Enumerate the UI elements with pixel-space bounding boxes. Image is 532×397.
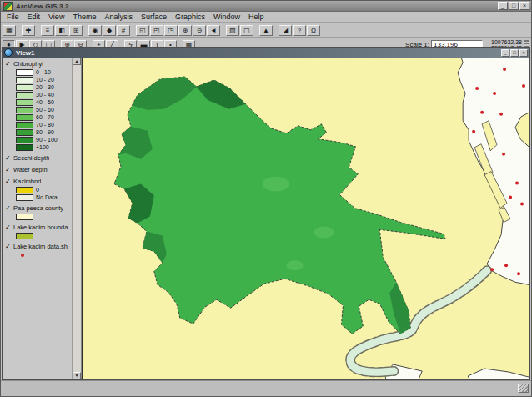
toc-theme-5: ✓Lake kadim bounda: [5, 224, 71, 239]
open-theme-table-button[interactable]: ⊞: [69, 25, 83, 36]
sample-point: [493, 92, 496, 95]
theme-checkbox[interactable]: ✓: [5, 178, 13, 185]
legend-class-label: No Data: [36, 194, 58, 200]
toc-scrollbar[interactable]: ▲ ▼: [72, 58, 81, 379]
menu-file[interactable]: File: [3, 13, 23, 22]
clear-selection-button[interactable]: ▢: [240, 25, 253, 36]
legend-class-label: 0: [36, 187, 39, 193]
theme-checkbox[interactable]: ✓: [5, 154, 13, 162]
legend-class-row: +100: [16, 144, 71, 150]
view-title-bar[interactable]: View1 _□×: [3, 48, 529, 58]
help-button[interactable]: Ω: [307, 25, 320, 36]
menu-help[interactable]: Help: [244, 13, 269, 22]
add-theme-button[interactable]: ✚: [22, 25, 35, 36]
slope-button[interactable]: ◢: [279, 25, 292, 36]
legend-class-label: 40 - 50: [36, 99, 54, 105]
menu-bar: FileEditViewThemeAnalysisSurfaceGraphics…: [1, 12, 531, 23]
legend-class-row: 80 - 90: [16, 129, 71, 135]
theme-head: ✓Chlorophyl: [5, 60, 71, 68]
sample-point: [499, 113, 503, 116]
theme-label[interactable]: Chlorophyl: [13, 60, 43, 68]
edit-legend-button[interactable]: ◧: [55, 25, 68, 36]
query-builder-button[interactable]: #: [117, 25, 130, 36]
theme-label[interactable]: Water depth: [13, 166, 48, 173]
menu-theme[interactable]: Theme: [68, 13, 100, 22]
legend-class-row: 60 - 70: [16, 114, 71, 120]
view-close-button[interactable]: ×: [519, 49, 528, 57]
sample-point: [504, 264, 508, 267]
zoom-active-theme-button[interactable]: ◰: [150, 25, 163, 36]
menu-graphics[interactable]: Graphics: [171, 13, 209, 22]
toc-theme-1: ✓Secchi depth: [5, 154, 71, 162]
legend-swatch: [16, 69, 33, 76]
theme-head: ✓Lake kadim data.sh: [5, 243, 71, 250]
app-title: ArcView GIS 3.2: [16, 3, 69, 10]
map-canvas[interactable]: [83, 58, 529, 379]
legend-class-label: 50 - 60: [36, 107, 54, 113]
view-maximize-button[interactable]: □: [510, 49, 519, 57]
title-bar: ArcView GIS 3.2 _□×: [1, 1, 531, 12]
resize-grip-icon[interactable]: [518, 384, 529, 393]
minimize-button[interactable]: _: [498, 2, 508, 10]
legend-class-label: 70 - 80: [36, 122, 54, 128]
sample-point: [522, 84, 525, 88]
table-of-contents: ✓Chlorophyl0 - 1010 - 2020 - 3030 - 4040…: [3, 58, 82, 379]
select-features-button[interactable]: ▧: [226, 25, 239, 36]
close-button[interactable]: ×: [519, 2, 529, 10]
app-icon: [3, 2, 13, 11]
save-project-button[interactable]: ▦: [3, 25, 16, 36]
scroll-down-icon[interactable]: ▼: [73, 372, 81, 379]
zoom-full-extent-button[interactable]: ◱: [136, 25, 149, 36]
legend-class-label: 60 - 70: [36, 114, 54, 120]
zoom-selected-button[interactable]: ◳: [164, 25, 178, 36]
legend-swatch: [16, 99, 33, 106]
theme-checkbox[interactable]: ✓: [5, 243, 13, 250]
theme-label[interactable]: Kazimbnd: [13, 178, 41, 185]
histogram-button[interactable]: ▲: [259, 25, 273, 36]
theme-checkbox[interactable]: ✓: [5, 60, 13, 68]
legend-class-row: 0 - 10: [16, 69, 71, 75]
locate-address-button[interactable]: ◆: [103, 25, 116, 36]
menu-surface[interactable]: Surface: [137, 13, 171, 22]
zoom-previous-button[interactable]: ◄: [207, 25, 220, 36]
view-minimize-button[interactable]: _: [501, 49, 509, 57]
theme-checkbox[interactable]: ✓: [5, 166, 13, 173]
toc-theme-6: ✓Lake kadim data.sh: [5, 243, 71, 258]
theme-checkbox[interactable]: ✓: [5, 204, 13, 212]
menu-window[interactable]: Window: [209, 13, 244, 22]
theme-label[interactable]: Secchi depth: [13, 154, 49, 162]
legend-class-row: [16, 214, 71, 219]
legend-class-row: [16, 252, 71, 258]
theme-head: ✓Paa peesa county: [5, 204, 71, 212]
menu-analysis[interactable]: Analysis: [100, 13, 137, 22]
find-button[interactable]: ◉: [88, 25, 102, 36]
legend-class-label: 20 - 30: [36, 84, 54, 90]
theme-head: ✓Kazimbnd: [5, 178, 71, 185]
what-is-this-button[interactable]: ?: [293, 25, 306, 36]
legend-swatch: [16, 107, 33, 113]
scroll-up-icon[interactable]: ▲: [73, 58, 81, 65]
sample-point: [490, 268, 494, 271]
toc-theme-2: ✓Water depth: [5, 166, 71, 173]
zoom-out-button[interactable]: ⊖: [193, 25, 206, 36]
window-controls: _□×: [498, 2, 529, 10]
legend-class-row: 40 - 50: [16, 99, 71, 105]
view-content: ✓Chlorophyl0 - 1010 - 2020 - 3030 - 4040…: [3, 58, 529, 379]
legend-class-label: 10 - 20: [36, 77, 54, 83]
theme-label[interactable]: Lake kadim data.sh: [13, 243, 68, 250]
toc-theme-4: ✓Paa peesa county: [5, 204, 71, 219]
menu-view[interactable]: View: [44, 13, 68, 22]
legend-swatch: [16, 144, 33, 151]
theme-properties-button[interactable]: ≡: [41, 25, 54, 36]
theme-label[interactable]: Paa peesa county: [13, 204, 63, 212]
sample-point: [502, 153, 505, 156]
sample-point: [475, 87, 479, 90]
zoom-in-button[interactable]: ⊕: [178, 25, 192, 36]
application-window: ArcView GIS 3.2 _□× FileEditViewThemeAna…: [0, 0, 532, 397]
maximize-button[interactable]: □: [509, 2, 519, 10]
view-window-controls: _□×: [501, 49, 528, 57]
theme-label[interactable]: Lake kadim bounda: [13, 224, 68, 231]
legend-swatch: [16, 233, 33, 239]
menu-edit[interactable]: Edit: [23, 13, 45, 22]
theme-checkbox[interactable]: ✓: [5, 224, 13, 231]
